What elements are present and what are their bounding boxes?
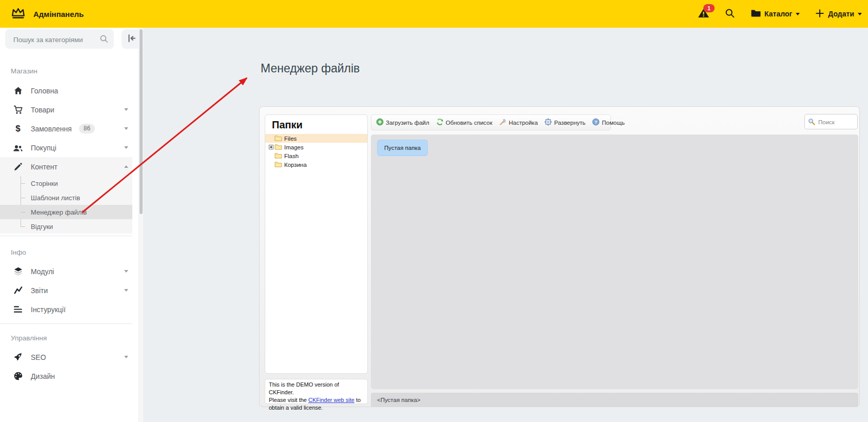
- pencil-icon: [13, 162, 23, 171]
- chevron-down-icon: [124, 356, 128, 358]
- folder-icon: [274, 161, 282, 168]
- palette-icon: [13, 371, 23, 381]
- search-icon: [100, 34, 109, 46]
- svg-text:?: ?: [595, 120, 597, 125]
- orders-count-badge: 86: [79, 124, 95, 133]
- folder-row-files[interactable]: Files: [265, 134, 367, 143]
- folder-icon: [274, 144, 282, 151]
- empty-folder-chip: Пустая папка: [377, 140, 428, 156]
- home-icon: [13, 86, 23, 95]
- maximize-button[interactable]: Развернуть: [544, 118, 585, 127]
- dollar-icon: $: [13, 124, 23, 133]
- refresh-icon: [436, 118, 444, 127]
- sidebar-item-customers[interactable]: Покупці: [0, 138, 132, 157]
- chevron-down-icon: [124, 270, 128, 273]
- ckfinder-license-box: This is the DEMO version of CKFinder. Pl…: [265, 379, 368, 404]
- sidebar-item-products[interactable]: Товари: [0, 100, 132, 119]
- page-title: Менеджер файлів: [261, 62, 360, 75]
- section-label-shop: Магазин: [11, 67, 139, 76]
- folders-panel: Папки Files Images: [265, 114, 368, 374]
- chevron-down-icon: [124, 289, 128, 292]
- sidebar-divider: [0, 323, 132, 324]
- folder-icon: [274, 135, 282, 142]
- global-search-button[interactable]: [725, 8, 735, 20]
- sidebar-item-file-manager[interactable]: Менеджер файлів: [0, 205, 132, 219]
- ckfinder-website-link[interactable]: CKFinder web site: [308, 397, 354, 403]
- add-menu-button[interactable]: Додати: [815, 9, 862, 20]
- chevron-down-icon: [796, 13, 800, 15]
- maximize-icon: [544, 118, 552, 127]
- section-label-management: Управління: [11, 334, 139, 343]
- sidebar-collapse-button[interactable]: [122, 29, 141, 49]
- search-icon: [808, 118, 815, 126]
- content-subgroup: Сторінки Шаблони листів Менеджер файлів …: [0, 176, 132, 234]
- status-text: <Пустая папка>: [377, 397, 421, 403]
- sidebar-item-design[interactable]: Дизайн: [0, 367, 132, 386]
- file-manager: Папки Files Images: [259, 106, 860, 407]
- wrench-icon: [499, 118, 507, 127]
- chevron-down-icon: [124, 108, 128, 111]
- plus-icon: [815, 9, 824, 20]
- chevron-down-icon: [858, 13, 862, 15]
- catalog-menu-button[interactable]: Каталог: [751, 9, 800, 19]
- brand-home-link[interactable]: Адмінпанель: [11, 7, 84, 21]
- filemanager-toolbar: Загрузить файл Обновить список Настройка: [371, 114, 611, 130]
- settings-button[interactable]: Настройка: [499, 118, 538, 127]
- catalog-menu-label: Каталог: [764, 10, 792, 18]
- sidebar-search: [5, 29, 114, 49]
- sidebar-item-reviews[interactable]: Відгуки: [0, 219, 132, 234]
- sidebar-item-modules[interactable]: Модулі: [0, 262, 132, 281]
- folder-row-images[interactable]: Images: [265, 143, 367, 151]
- sidebar-item-reports[interactable]: Звіти: [0, 281, 132, 300]
- search-icon: [725, 8, 735, 20]
- category-search-input[interactable]: [12, 29, 96, 50]
- rocket-icon: [13, 352, 23, 362]
- sidebar: Магазин Головна Товари $ Замовлення 86: [0, 28, 139, 422]
- topbar-actions: 1 Каталог Додати: [698, 0, 862, 28]
- crown-logo-icon: [11, 7, 25, 21]
- sidebar-item-instructions[interactable]: Інстурукції: [0, 300, 132, 319]
- brand-title: Адмінпанель: [33, 10, 84, 18]
- app-root: Адмінпанель 1 Каталог: [0, 0, 868, 422]
- line-chart-icon: [13, 285, 23, 295]
- refresh-list-button[interactable]: Обновить список: [436, 118, 492, 127]
- content-group: Контент Сторінки Шаблони листів Менеджер…: [0, 157, 132, 234]
- filemanager-search-input[interactable]: [817, 114, 856, 130]
- sidebar-scrollbar-thumb[interactable]: [140, 29, 143, 214]
- folder-row-trash[interactable]: Корзина: [265, 160, 367, 169]
- sidebar-item-content[interactable]: Контент: [0, 157, 132, 176]
- sidebar-nav: Головна Товари $ Замовлення 86 Покупці: [0, 81, 139, 386]
- cart-icon: [13, 105, 23, 114]
- main-content: Менеджер файлів Папки Files: [144, 28, 868, 422]
- upload-file-button[interactable]: Загрузить файл: [376, 118, 429, 127]
- folder-row-flash[interactable]: Flash: [265, 151, 367, 160]
- sidebar-item-pages[interactable]: Сторінки: [0, 176, 132, 190]
- upload-plus-icon: [376, 118, 384, 127]
- files-area[interactable]: Пустая папка: [371, 135, 858, 389]
- collapse-left-icon: [127, 33, 136, 45]
- chevron-down-icon: [124, 127, 128, 130]
- sidebar-scrollbar: [139, 28, 143, 422]
- list-icon: [13, 305, 23, 314]
- folders-panel-title: Папки: [265, 115, 367, 134]
- tree-expand-icon[interactable]: [268, 145, 274, 149]
- filemanager-search: [804, 114, 858, 129]
- sidebar-divider: [0, 236, 132, 236]
- notification-badge: 1: [703, 4, 715, 12]
- sidebar-item-mail-templates[interactable]: Шаблони листів: [0, 190, 132, 205]
- filemanager-status-bar: <Пустая папка>: [371, 393, 858, 407]
- people-icon: [13, 143, 23, 152]
- topbar: Адмінпанель 1 Каталог: [0, 0, 868, 28]
- sidebar-item-orders[interactable]: $ Замовлення 86: [0, 119, 132, 138]
- folder-icon: [751, 9, 761, 19]
- section-label-info: Інфо: [11, 248, 139, 257]
- sidebar-item-home[interactable]: Головна: [0, 81, 132, 100]
- sidebar-item-seo[interactable]: SEO: [0, 348, 132, 367]
- chevron-down-icon: [124, 146, 128, 149]
- notifications-button[interactable]: 1: [698, 8, 709, 20]
- layers-icon: [13, 266, 23, 276]
- chevron-up-icon: [124, 165, 128, 168]
- folder-icon: [274, 152, 282, 160]
- add-menu-label: Додати: [828, 10, 854, 18]
- help-button[interactable]: ? Помощь: [592, 118, 624, 127]
